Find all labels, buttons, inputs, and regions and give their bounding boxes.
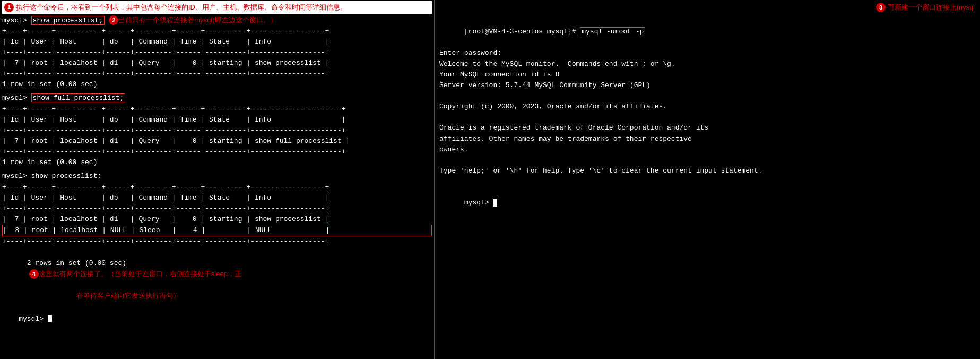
block2-prompt-line: mysql> show full processlist; (2, 93, 432, 104)
right-line6: Copyright (c) 2000, 2023, Oracle and/or … (439, 101, 976, 112)
block1-header: | Id | User | Host | db | Command | Time… (2, 37, 432, 47)
last-prompt-left: mysql> (2, 303, 432, 335)
block1-row1: | 7 | root | localhost | d1 | Query | 0 … (2, 58, 432, 69)
block1-prompt-line: mysql> show processlist;2当前只有一个线程连接着mysq… (2, 15, 432, 26)
annotation-1-text: 执行这个命令后，将看到一个列表，其中包含每个连接的ID、用户、主机、数据库、命令… (16, 2, 347, 13)
annotation-4-line2: 在等待客户端向它发送执行语句） (2, 290, 432, 302)
block2-header: | Id | User | Host | db | Command | Time… (2, 115, 432, 125)
annotation-2-inline: 2当前只有一个线程连接着mysql(即左边这个窗口。） (109, 16, 276, 24)
block1-dash3: +----+------+-----------+------+--------… (2, 69, 432, 79)
block3-row2-highlighted: | 8 | root | localhost | NULL | Sleep | … (2, 225, 432, 236)
right-line1: Enter password: (439, 48, 976, 58)
cmd1-box: show processlist; (31, 16, 105, 25)
right-line11 (439, 155, 976, 166)
right-line10: owners. (439, 144, 976, 155)
right-line5 (439, 91, 976, 101)
block1: mysql> show processlist;2当前只有一个线程连接着mysq… (2, 15, 432, 90)
right-cmd1: mysql -uroot -p (580, 27, 645, 36)
right-line13 (439, 176, 976, 187)
block1-dash2: +----+------+-----------+------+--------… (2, 47, 432, 58)
block3-row1: | 7 | root | localhost | d1 | Query | 0 … (2, 214, 432, 225)
circle-1: 1 (4, 3, 14, 12)
block3-dash2: +----+------+-----------+------+--------… (2, 203, 432, 214)
block3-prompt-line: mysql> show processlist; (2, 171, 432, 182)
block3-footer: 2 rows in set (0.00 sec) 4这里就有两个连接了。（当前处… (2, 247, 432, 290)
block2: mysql> show full processlist; +----+----… (2, 93, 432, 168)
right-line9: affiliates. Other names may be trademark… (439, 134, 976, 144)
block3-dash1: +----+------+-----------+------+--------… (2, 182, 432, 193)
right-line2: Welcome to the MySQL monitor. Commands e… (439, 59, 976, 70)
circle-3: 3 (876, 3, 886, 12)
right-line8: Oracle is a registered trademark of Orac… (439, 123, 976, 133)
right-line4: Server version: 5.7.44 MySQL Community S… (439, 80, 976, 91)
block2-footer: 1 row in set (0.00 sec) (2, 157, 432, 168)
right-prompt1: [root@VM-4-3-centos mysql]# (464, 28, 580, 36)
block1-footer: 1 row in set (0.00 sec) (2, 79, 432, 90)
block2-dash3: +----+------+-----------+------+--------… (2, 147, 432, 157)
block3-cmd: show processlist; (31, 172, 102, 180)
cmd2-box: show full processlist; (31, 93, 126, 102)
block2-row1: | 7 | root | localhost | d1 | Query | 0 … (2, 136, 432, 147)
block3-header: | Id | User | Host | db | Command | Time… (2, 193, 432, 203)
right-last-prompt: mysql> (439, 187, 976, 219)
block3-row2: | 8 | root | localhost | NULL | Sleep | … (3, 225, 431, 236)
right-cmd-line: [root@VM-4-3-centos mysql]# mysql -uroot… (439, 16, 976, 48)
block1-dash1: +----+------+-----------+------+--------… (2, 26, 432, 37)
right-terminal: 3 再新建一个窗口连接上mysql [root@VM-4-3-centos my… (435, 0, 980, 359)
cursor-left (48, 315, 52, 322)
annotation-1-bar: 1 执行这个命令后，将看到一个列表，其中包含每个连接的ID、用户、主机、数据库、… (2, 1, 432, 14)
annotation-3-text: 再新建一个窗口连接上mysql (888, 2, 975, 13)
block3: mysql> show processlist; +----+------+--… (2, 171, 432, 301)
block3-dash3: +----+------+-----------+------+--------… (2, 236, 432, 247)
right-line7 (439, 112, 976, 123)
block2-dash2: +----+------+-----------+------+--------… (2, 125, 432, 136)
right-content: [root@VM-4-3-centos mysql]# mysql -uroot… (439, 16, 976, 219)
annotation-3-bar: 3 再新建一个窗口连接上mysql (876, 2, 975, 13)
block2-dash1: +----+------+-----------+------+--------… (2, 104, 432, 115)
annotation-4-inline: 4这里就有两个连接了。（当前处于左窗口，右侧连接处于sleep，正 (29, 270, 241, 278)
cursor-right (493, 199, 497, 207)
left-terminal: 1 执行这个命令后，将看到一个列表，其中包含每个连接的ID、用户、主机、数据库、… (0, 0, 435, 359)
right-line12: Type 'help;' or '\h' for help. Type '\c'… (439, 166, 976, 176)
prompt1: mysql> (2, 16, 31, 24)
right-line3: Your MySQL connection id is 8 (439, 70, 976, 80)
